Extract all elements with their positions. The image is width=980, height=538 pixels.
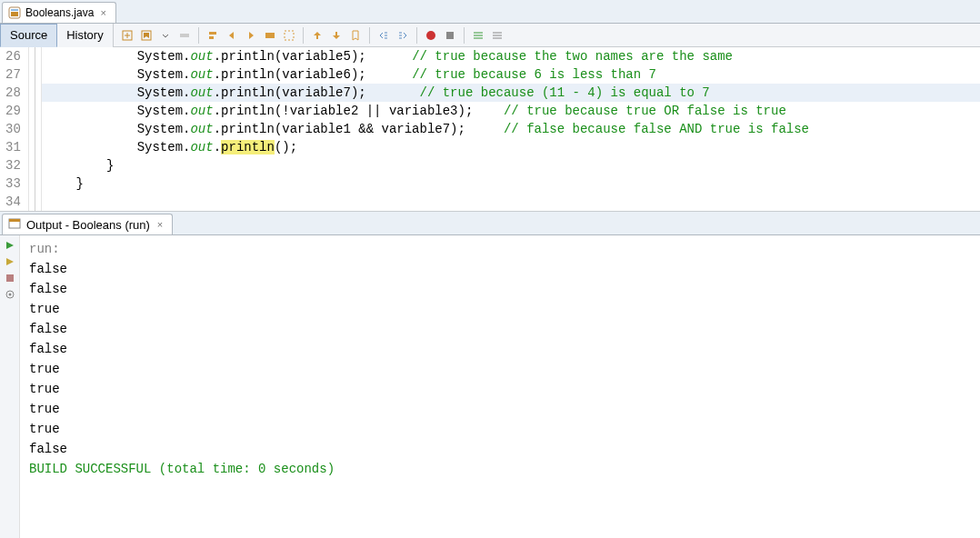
code-line[interactable]: System.out.println(!variable2 || variabl… bbox=[42, 102, 980, 120]
code-line[interactable]: System.out.println(variable1 && variable… bbox=[42, 120, 980, 138]
code-line[interactable]: } bbox=[42, 174, 980, 193]
output-tab-label: Output - Booleans (run) bbox=[26, 218, 150, 232]
svg-rect-2 bbox=[11, 9, 18, 11]
toolbar-icons bbox=[114, 27, 505, 44]
code-line[interactable] bbox=[42, 193, 980, 211]
file-tab-booleans[interactable]: Booleans.java × bbox=[2, 2, 116, 23]
toggle-bookmark2-icon[interactable] bbox=[347, 27, 364, 44]
rerun2-icon[interactable] bbox=[4, 255, 16, 268]
file-tab-bar: Booleans.java × bbox=[0, 0, 980, 24]
svg-rect-5 bbox=[180, 34, 189, 37]
output-tab[interactable]: Output - Booleans (run) × bbox=[2, 214, 173, 234]
output-gutter bbox=[0, 235, 20, 538]
output-line: false bbox=[29, 259, 971, 279]
start-macro-icon[interactable] bbox=[423, 27, 439, 44]
output-line: BUILD SUCCESSFUL (total time: 0 seconds) bbox=[29, 459, 971, 479]
svg-rect-11 bbox=[9, 219, 20, 222]
output-line: false bbox=[29, 439, 971, 459]
code-line[interactable]: System.out.println(variable7); // true b… bbox=[42, 84, 980, 102]
stop-macro-icon[interactable] bbox=[442, 27, 458, 44]
code-area[interactable]: System.out.println(variable5); // true b… bbox=[42, 47, 980, 211]
output-line: false bbox=[29, 279, 971, 299]
fold-column bbox=[29, 47, 42, 211]
svg-point-8 bbox=[426, 31, 435, 40]
next-bookmark-icon[interactable] bbox=[328, 27, 345, 44]
prev-bookmark-icon[interactable] bbox=[309, 27, 325, 44]
toggle-bookmark-icon[interactable] bbox=[138, 27, 155, 44]
tab-source[interactable]: Source bbox=[0, 24, 57, 47]
svg-point-14 bbox=[8, 294, 11, 296]
code-line[interactable]: System.out.println(); bbox=[42, 138, 980, 156]
editor-toolbar: Source History bbox=[0, 24, 980, 47]
shift-right-icon[interactable] bbox=[395, 27, 411, 44]
svg-rect-7 bbox=[285, 31, 294, 40]
output-text[interactable]: run:falsefalsetruefalsefalsetruetruetrue… bbox=[20, 235, 980, 538]
find-prev-icon[interactable] bbox=[224, 27, 240, 44]
output-line: true bbox=[29, 359, 971, 379]
file-tab-label: Booleans.java bbox=[25, 6, 94, 19]
dropdown-icon[interactable] bbox=[157, 27, 174, 44]
toggle-highlight-icon[interactable] bbox=[262, 27, 278, 44]
close-icon[interactable]: × bbox=[155, 219, 165, 230]
find-selection-icon[interactable] bbox=[205, 27, 221, 44]
comment-icon[interactable] bbox=[470, 27, 486, 44]
shift-left-icon[interactable] bbox=[375, 27, 392, 44]
output-line: true bbox=[29, 399, 971, 419]
svg-rect-9 bbox=[446, 32, 454, 39]
output-line: true bbox=[29, 299, 971, 319]
output-panel: Output - Booleans (run) × run:falsefalse… bbox=[0, 212, 980, 538]
settings-icon[interactable] bbox=[4, 288, 16, 301]
find-next-icon[interactable] bbox=[243, 27, 259, 44]
stop-icon[interactable] bbox=[4, 272, 16, 284]
code-editor[interactable]: 262728293031323334 System.out.println(va… bbox=[0, 47, 980, 212]
tab-history[interactable]: History bbox=[57, 24, 113, 47]
output-line: false bbox=[29, 339, 971, 359]
uncomment-icon[interactable] bbox=[489, 27, 505, 44]
toggle-rect-icon[interactable] bbox=[281, 27, 297, 44]
code-line[interactable]: System.out.println(variable6); // true b… bbox=[42, 65, 980, 84]
close-icon[interactable]: × bbox=[98, 7, 107, 18]
java-file-icon bbox=[8, 6, 21, 19]
last-edit-icon[interactable] bbox=[119, 27, 135, 44]
output-tab-bar: Output - Booleans (run) × bbox=[0, 212, 980, 235]
output-window-icon bbox=[8, 217, 21, 233]
output-line: true bbox=[29, 419, 971, 439]
output-line: false bbox=[29, 319, 971, 339]
svg-rect-12 bbox=[6, 274, 14, 282]
code-line[interactable]: } bbox=[42, 156, 980, 174]
svg-rect-1 bbox=[11, 12, 18, 16]
rerun-icon[interactable] bbox=[4, 239, 16, 252]
code-line[interactable]: System.out.println(variable5); // true b… bbox=[42, 47, 980, 65]
line-number-gutter: 262728293031323334 bbox=[0, 47, 29, 211]
output-line: run: bbox=[29, 239, 971, 259]
disabled-icon bbox=[176, 27, 193, 44]
svg-rect-6 bbox=[265, 33, 275, 38]
output-line: true bbox=[29, 379, 971, 399]
